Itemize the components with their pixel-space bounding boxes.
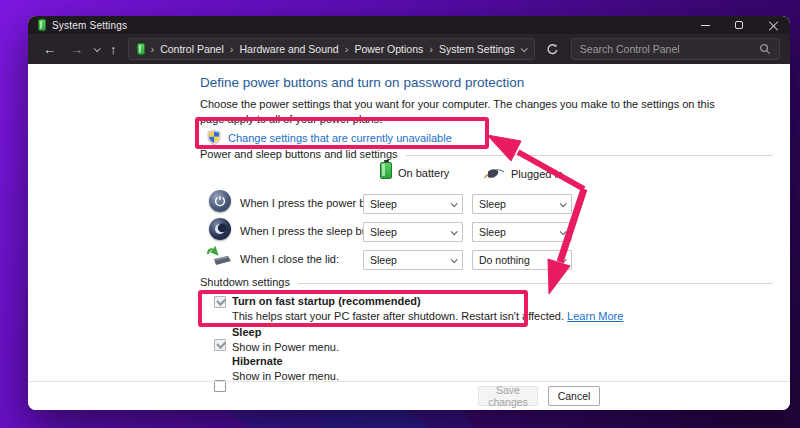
hibernate-label[interactable]: Hibernate [232,355,283,367]
system-settings-window: System Settings ← → ↑ › Control Panel › … [28,16,790,410]
minimize-button[interactable] [688,16,722,34]
page-content: Define power buttons and turn on passwor… [28,64,790,410]
section-shutdown-label: Shutdown settings [200,276,290,288]
back-button[interactable]: ← [40,43,59,56]
intro-line-1: Choose the power settings that you want … [200,98,715,110]
chevron-down-icon [451,256,458,263]
dropdown-value: Sleep [370,198,397,210]
recent-pages-chevron-icon[interactable] [94,45,101,52]
dropdown-value: Sleep [479,198,506,210]
section-rule [298,283,773,284]
dropdown-value: Sleep [370,226,397,238]
app-icon [38,19,46,31]
minimize-icon [701,25,710,26]
column-plugged-in: Plugged in [483,167,563,180]
lid-icon [206,246,232,268]
dropdown-power-on-battery[interactable]: Sleep [363,194,463,214]
save-changes-button[interactable]: Save changes [478,386,538,406]
fast-startup-label[interactable]: Turn on fast startup (recommended) [232,295,421,307]
navigation-bar: ← → ↑ › Control Panel › Hardware and Sou… [28,34,790,64]
breadcrumb-separator: › [429,43,433,55]
chevron-down-icon [560,200,567,207]
battery-icon [380,162,392,179]
dropdown-sleep-on-battery[interactable]: Sleep [363,222,463,242]
breadcrumb-system-settings[interactable]: System Settings [439,43,515,55]
breadcrumb: › Control Panel › Hardware and Sound › P… [128,38,535,60]
section-power-sleep-label: Power and sleep buttons and lid settings [200,148,398,160]
section-power-sleep: Power and sleep buttons and lid settings [200,148,773,160]
chevron-down-icon [560,256,567,263]
breadcrumb-control-panel[interactable]: Control Panel [160,43,224,55]
learn-more-link[interactable]: Learn More [567,310,623,322]
dropdown-power-plugged-in[interactable]: Sleep [472,194,572,214]
refresh-icon [546,43,559,56]
page-title: Define power buttons and turn on passwor… [200,75,524,90]
change-settings-link[interactable]: Change settings that are currently unava… [228,132,452,144]
intro-line-2: page apply to all of your power plans. [200,113,382,125]
close-button[interactable] [756,16,790,34]
fast-startup-desc: This helps start your PC faster after sh… [232,310,623,322]
checkbox-fast-startup[interactable] [214,296,226,308]
cancel-button[interactable]: Cancel [548,386,600,406]
uac-shield-icon [207,130,221,145]
breadcrumb-hardware-and-sound[interactable]: Hardware and Sound [239,43,338,55]
column-on-battery-label: On battery [398,167,449,179]
breadcrumb-separator: › [151,43,155,55]
sleep-label[interactable]: Sleep [232,326,261,338]
title-bar: System Settings [28,16,790,34]
breadcrumb-power-options[interactable]: Power Options [354,43,423,55]
maximize-button[interactable] [722,16,756,34]
row-close-lid-label: When I close the lid: [240,253,339,265]
chevron-down-icon [451,200,458,207]
location-icon [137,43,145,55]
footer-divider [28,381,790,382]
power-button-icon [209,190,231,212]
close-icon [769,21,778,30]
dropdown-value: Sleep [479,226,506,238]
maximize-icon [735,21,743,29]
dropdown-lid-on-battery[interactable]: Sleep [363,250,463,270]
up-button[interactable]: ↑ [107,43,120,56]
forward-button[interactable]: → [67,43,86,56]
search-box [571,38,780,60]
dropdown-value: Do nothing [479,254,530,266]
breadcrumb-separator: › [230,43,234,55]
search-input[interactable] [580,43,753,55]
column-on-battery: On battery [380,162,449,179]
dropdown-value: Sleep [370,254,397,266]
section-shutdown: Shutdown settings [200,276,773,288]
dropdown-lid-plugged-in[interactable]: Do nothing [472,250,572,270]
window-title: System Settings [52,20,127,31]
chevron-down-icon [451,228,458,235]
intro-text: Choose the power settings that you want … [200,97,790,127]
plug-icon [483,167,505,180]
sleep-desc: Show in Power menu. [232,341,339,353]
sleep-button-icon [209,218,231,240]
chevron-down-icon [560,228,567,235]
section-rule [406,155,773,156]
search-icon [759,43,771,55]
dropdown-sleep-plugged-in[interactable]: Sleep [472,222,572,242]
column-plugged-in-label: Plugged in [511,168,563,180]
address-dropdown-chevron-icon[interactable] [520,45,527,52]
refresh-button[interactable] [543,43,563,56]
checkbox-sleep[interactable] [214,339,226,351]
fast-startup-desc-text: This helps start your PC faster after sh… [232,310,564,322]
breadcrumb-separator: › [345,43,349,55]
